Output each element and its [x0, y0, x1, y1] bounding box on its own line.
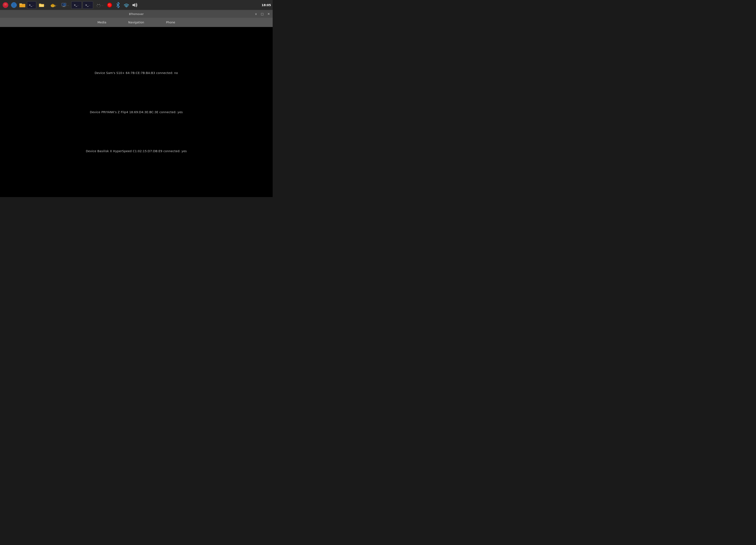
monitor-dots: ... — [67, 4, 69, 6]
terminal-2-label: >_ — [74, 4, 77, 7]
folder-icon[interactable] — [19, 1, 26, 9]
device-line-1: Device Sam's S10+ 64:7B:CE:7B:BA:B3 conn… — [95, 71, 178, 75]
window-title: BTremover — [129, 12, 144, 16]
menu-media[interactable]: Media — [95, 20, 109, 25]
bird-icon[interactable]: ... — [94, 1, 105, 9]
bird-dots: ... — [102, 4, 103, 6]
monitor-search-icon[interactable]: ... — [60, 1, 70, 9]
wifi-icon[interactable] — [123, 1, 130, 9]
main-content: Device Sam's S10+ 64:7B:CE:7B:BA:B3 conn… — [0, 27, 273, 197]
svg-rect-25 — [63, 6, 64, 7]
titlebar-controls: ∨ □ ✕ — [254, 12, 271, 16]
svg-point-32 — [99, 5, 99, 5]
terminal-2-dots: ... — [77, 4, 79, 6]
menu-phone[interactable]: Phone — [164, 20, 178, 25]
svg-point-8 — [6, 5, 6, 6]
raspberry-pi-icon[interactable] — [2, 1, 9, 9]
menubar: Media Navigation Phone — [0, 18, 273, 27]
maximize-button[interactable]: □ — [260, 12, 265, 16]
svg-point-35 — [108, 4, 109, 5]
clock: 18:05 — [261, 3, 271, 7]
svg-rect-16 — [39, 4, 41, 4]
folder-open-icon[interactable]: ... — [37, 1, 48, 9]
titlebar: BTremover ∨ □ ✕ — [0, 10, 273, 18]
svg-point-2 — [4, 3, 5, 4]
device-line-3: Device Basilisk X HyperSpeed C1:02:15:D7… — [86, 149, 187, 153]
app-window: BTremover ∨ □ ✕ Media Navigation Phone — [0, 10, 273, 27]
terminal-1-label: >_ — [29, 4, 32, 7]
minimize-button[interactable]: ∨ — [254, 12, 258, 16]
terminal-2-icon[interactable]: >_ ... — [71, 1, 82, 9]
record-icon[interactable] — [106, 1, 113, 9]
teapot-dots: ... — [56, 4, 58, 6]
svg-point-4 — [4, 4, 5, 5]
svg-rect-20 — [52, 4, 54, 4]
terminal-1-icon[interactable]: >_ ... — [27, 1, 36, 9]
terminal-3-icon[interactable]: >_ ... — [83, 1, 93, 9]
taskbar-right: 18:05 — [261, 3, 271, 7]
terminal-3-label: >_ — [85, 4, 88, 7]
bluetooth-icon[interactable] — [114, 1, 122, 9]
svg-point-36 — [126, 7, 127, 7]
svg-rect-14 — [19, 3, 22, 4]
terminal-1-dots: ... — [32, 4, 34, 6]
menu-navigation[interactable]: Navigation — [126, 20, 147, 25]
svg-point-6 — [4, 5, 7, 6]
svg-point-3 — [6, 3, 7, 4]
volume-icon[interactable] — [131, 1, 139, 9]
globe-icon[interactable] — [10, 1, 18, 9]
svg-marker-37 — [133, 3, 135, 7]
svg-point-34 — [108, 3, 111, 7]
terminal-3-dots: ... — [88, 4, 90, 6]
svg-marker-17 — [39, 5, 44, 7]
teapot-icon[interactable]: ... — [48, 1, 59, 9]
device-line-2: Device PRIYANK's Z Flip4 18:69:D4:3E:BC:… — [90, 110, 183, 114]
close-button[interactable]: ✕ — [266, 12, 271, 16]
svg-point-5 — [6, 4, 7, 5]
svg-point-28 — [97, 4, 100, 7]
taskbar: >_ ... ... ... ... — [0, 0, 273, 10]
svg-point-7 — [5, 5, 5, 6]
folder-open-dots: ... — [44, 4, 46, 6]
svg-point-31 — [98, 5, 98, 5]
